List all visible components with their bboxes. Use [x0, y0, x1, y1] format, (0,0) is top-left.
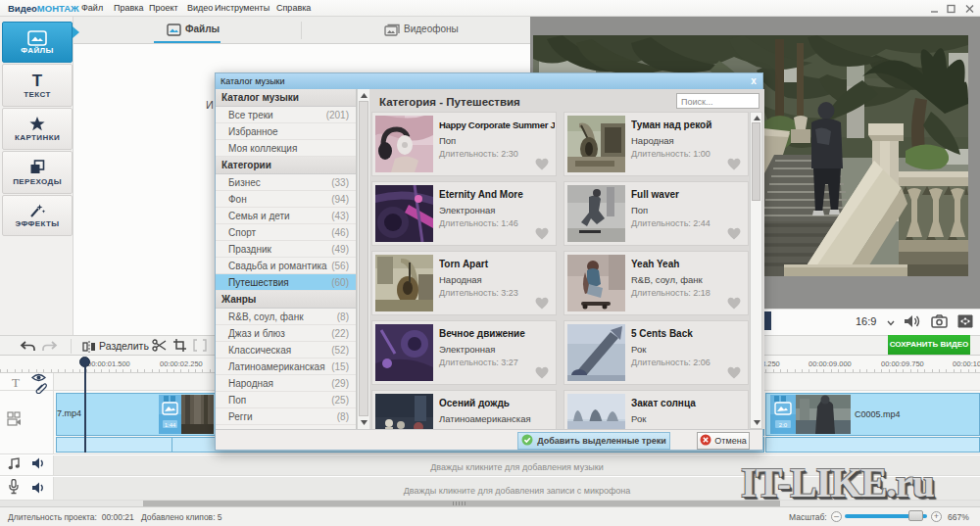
svg-text:1:44: 1:44 — [165, 422, 176, 428]
svg-text:2:0: 2:0 — [779, 422, 788, 428]
